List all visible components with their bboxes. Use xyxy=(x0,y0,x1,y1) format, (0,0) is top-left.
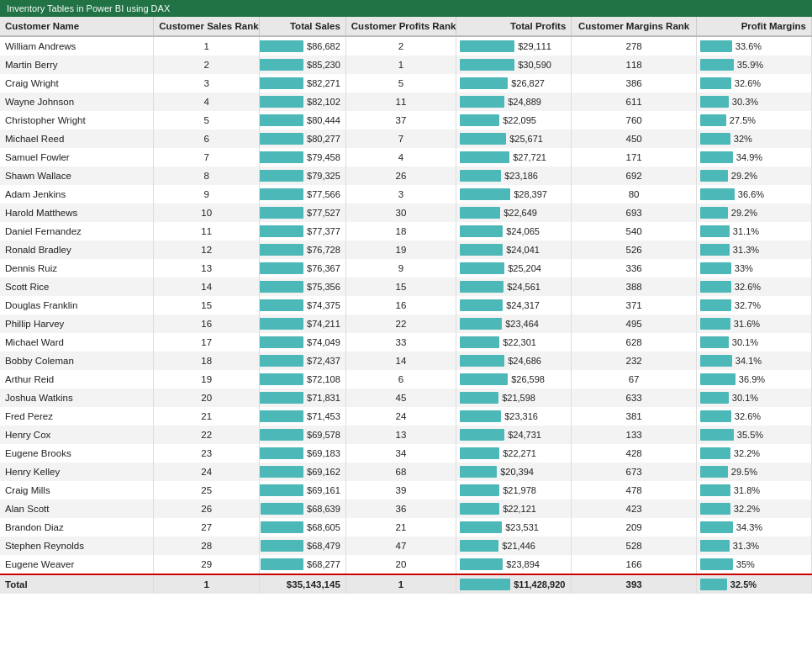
cell-total-profits: $23,316 xyxy=(456,407,572,426)
cell-profit-margins: 34.1% xyxy=(696,352,811,370)
cell-name: Craig Wright xyxy=(0,74,154,93)
margins-bar xyxy=(700,133,730,145)
cell-margins-rank: 336 xyxy=(572,259,697,278)
table-row: Arthur Reid 19 $72,108 6 $26,598 67 36.9… xyxy=(0,370,812,389)
cell-name: Dennis Ruiz xyxy=(0,259,154,278)
cell-name: Henry Cox xyxy=(0,426,154,444)
table-row: Dennis Ruiz 13 $76,367 9 $25,204 336 33% xyxy=(0,259,812,278)
cell-profits-rank: 26 xyxy=(345,167,456,185)
cell-total-sales: $68,479 xyxy=(259,537,345,555)
table-row: Henry Kelley 24 $69,162 68 $20,394 673 2… xyxy=(0,463,812,481)
cell-margins-rank: 278 xyxy=(572,36,697,56)
sales-bar xyxy=(261,558,303,570)
cell-profits-rank: 2 xyxy=(345,36,456,56)
cell-total-sales: $68,277 xyxy=(259,555,345,574)
cell-margins-rank: 80 xyxy=(572,185,697,204)
cell-sales-rank: 17 xyxy=(154,333,260,352)
cell-margins-rank: 528 xyxy=(572,537,697,555)
table-header-row: Customer Name Customer Sales Rank ▲ Tota… xyxy=(0,17,812,36)
sales-bar xyxy=(260,484,303,496)
profits-bar xyxy=(460,133,506,145)
cell-name: William Andrews xyxy=(0,36,154,56)
margins-bar xyxy=(700,503,730,515)
cell-sales-rank: 7 xyxy=(154,148,260,167)
col-header-total-sales[interactable]: Total Sales xyxy=(259,17,345,36)
cell-sales-rank: 22 xyxy=(154,426,260,444)
col-header-profits-rank[interactable]: Customer Profits Rank xyxy=(345,17,456,36)
col-header-sales-rank[interactable]: Customer Sales Rank ▲ xyxy=(154,17,260,36)
cell-name: Christopher Wright xyxy=(0,111,154,130)
data-table: Customer Name Customer Sales Rank ▲ Tota… xyxy=(0,17,812,594)
cell-profits-rank: 33 xyxy=(345,333,456,352)
profits-bar xyxy=(460,77,508,89)
cell-total-profits: $26,827 xyxy=(456,74,572,93)
cell-total-sales: $72,437 xyxy=(259,352,345,370)
cell-margins-rank: 386 xyxy=(572,74,697,93)
cell-margins-rank: 633 xyxy=(572,389,697,407)
cell-total-sales: $72,108 xyxy=(259,370,345,389)
cell-name: Douglas Franklin xyxy=(0,296,154,315)
cell-name: Fred Perez xyxy=(0,407,154,426)
margins-bar xyxy=(700,392,729,404)
col-header-name[interactable]: Customer Name xyxy=(0,17,154,36)
table-row: William Andrews 1 $86,682 2 $29,111 278 … xyxy=(0,36,812,56)
cell-sales-rank: 26 xyxy=(154,500,260,518)
col-header-total-profits[interactable]: Total Profits xyxy=(456,17,572,36)
profits-bar xyxy=(460,225,503,237)
col-header-profit-margins[interactable]: Profit Margins xyxy=(696,17,811,36)
cell-profits-rank: 14 xyxy=(345,352,456,370)
cell-name: Stephen Reynolds xyxy=(0,537,154,555)
cell-profit-margins: 32% xyxy=(696,130,811,148)
cell-profit-margins: 30.3% xyxy=(696,93,811,111)
cell-name: Eugene Weaver xyxy=(0,555,154,574)
cell-name: Arthur Reid xyxy=(0,370,154,389)
cell-sales-rank: 27 xyxy=(154,518,260,537)
cell-total-profits: $29,111 xyxy=(456,36,572,56)
cell-margins-rank: 388 xyxy=(572,278,697,296)
cell-profits-rank: 22 xyxy=(345,315,456,333)
profits-bar xyxy=(460,170,501,182)
sales-bar xyxy=(259,96,303,108)
table-container[interactable]: Customer Name Customer Sales Rank ▲ Tota… xyxy=(0,17,812,645)
cell-profit-margins: 30.1% xyxy=(696,389,811,407)
cell-name: Martin Berry xyxy=(0,56,154,74)
cell-profit-margins: 35.9% xyxy=(696,56,811,74)
cell-total-sales: $69,578 xyxy=(259,426,345,444)
margins-bar xyxy=(700,59,734,71)
cell-margins-rank: 171 xyxy=(572,148,697,167)
profits-bar xyxy=(460,558,503,570)
col-header-margins-rank[interactable]: Customer Margins Rank xyxy=(572,17,697,36)
sales-bar xyxy=(260,447,303,459)
cell-sales-rank: 20 xyxy=(154,389,260,407)
cell-profits-rank: 39 xyxy=(345,481,456,500)
cell-total-profits: $23,186 xyxy=(456,167,572,185)
cell-total-profits: $23,531 xyxy=(456,518,572,537)
profits-bar xyxy=(460,355,504,367)
cell-profits-rank: 20 xyxy=(345,555,456,574)
cell-profits-rank: 11 xyxy=(345,93,456,111)
cell-sales-rank: 13 xyxy=(154,259,260,278)
cell-profits-rank: 7 xyxy=(345,130,456,148)
profits-bar xyxy=(460,114,499,126)
cell-total-sales: $68,605 xyxy=(259,518,345,537)
cell-name: Eugene Brooks xyxy=(0,444,154,463)
profits-bar xyxy=(460,59,514,71)
cell-total-profits: $24,041 xyxy=(456,241,572,259)
margins-bar xyxy=(700,355,732,367)
footer-total-profits: $11,428,920 xyxy=(456,574,572,594)
profits-bar xyxy=(460,244,503,256)
margins-bar xyxy=(700,299,731,311)
table-row: Joshua Watkins 20 $71,831 45 $21,598 633… xyxy=(0,389,812,407)
cell-sales-rank: 9 xyxy=(154,185,260,204)
margins-bar xyxy=(700,410,731,422)
cell-profits-rank: 45 xyxy=(345,389,456,407)
cell-name: Samuel Fowler xyxy=(0,148,154,167)
margins-bar xyxy=(700,447,730,459)
cell-sales-rank: 10 xyxy=(154,204,260,222)
cell-profit-margins: 29.2% xyxy=(696,204,811,222)
cell-sales-rank: 12 xyxy=(154,241,260,259)
cell-profit-margins: 31.6% xyxy=(696,315,811,333)
cell-total-profits: $22,095 xyxy=(456,111,572,130)
cell-total-profits: $24,317 xyxy=(456,296,572,315)
cell-name: Shawn Wallace xyxy=(0,167,154,185)
